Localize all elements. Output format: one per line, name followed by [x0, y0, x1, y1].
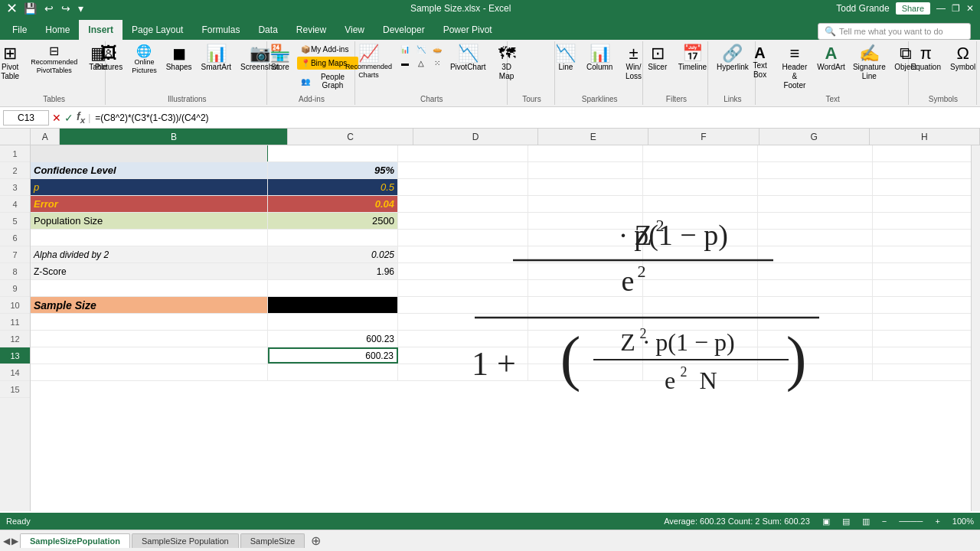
- view-layout-btn[interactable]: ▤: [842, 517, 850, 527]
- undo-btn[interactable]: ↩: [43, 1, 55, 16]
- tab-page-layout[interactable]: Page Layout: [122, 20, 192, 40]
- minimize-btn[interactable]: —: [936, 3, 946, 14]
- col-header-e[interactable]: E: [538, 129, 648, 145]
- cell-c11[interactable]: [268, 314, 398, 330]
- share-btn[interactable]: Share: [896, 2, 930, 15]
- close-btn[interactable]: ✕: [966, 3, 974, 14]
- tab-view[interactable]: View: [335, 20, 374, 40]
- col-chart-btn[interactable]: 📊: [397, 43, 413, 56]
- col-header-f[interactable]: F: [648, 129, 759, 145]
- row-num-5[interactable]: 5: [0, 213, 30, 230]
- sheet-tab-samplesizepopulation[interactable]: SampleSizePopulation: [20, 533, 130, 548]
- tab-file[interactable]: File: [3, 20, 36, 40]
- zoom-out-btn[interactable]: −: [882, 517, 887, 526]
- col-header-g[interactable]: G: [760, 129, 870, 145]
- row-num-14[interactable]: 14: [0, 364, 30, 381]
- tab-prev-btn[interactable]: ◀: [3, 536, 10, 546]
- symbol-btn[interactable]: Ω Symbol: [946, 43, 979, 74]
- pictures-btn[interactable]: 🖼 Pictures: [91, 43, 126, 74]
- textbox-btn[interactable]: A TextBox: [745, 43, 776, 82]
- restore-btn[interactable]: ❐: [952, 3, 960, 14]
- store-btn[interactable]: 🏪 Store: [265, 43, 296, 74]
- timeline-btn[interactable]: 📅 Timeline: [675, 43, 710, 74]
- tab-review[interactable]: Review: [287, 20, 335, 40]
- cell-c2[interactable]: 95%: [268, 162, 398, 178]
- save-btn[interactable]: 💾: [22, 1, 38, 16]
- recommended-pivottables-btn[interactable]: ⊟ RecommendedPivotTables: [27, 43, 81, 77]
- tell-me-input[interactable]: 🔍 Tell me what you want to do: [818, 23, 971, 40]
- cell-b14[interactable]: [31, 364, 268, 380]
- row-num-15[interactable]: 15: [0, 381, 30, 398]
- cell-b9[interactable]: [31, 280, 268, 296]
- row-num-9[interactable]: 9: [0, 280, 30, 297]
- bar-chart-btn[interactable]: ▬: [397, 57, 413, 70]
- redo-btn[interactable]: ↪: [60, 1, 72, 16]
- col-header-c[interactable]: C: [288, 129, 413, 145]
- row-num-4[interactable]: 4: [0, 196, 30, 213]
- cell-b12[interactable]: [31, 331, 268, 347]
- name-box[interactable]: [3, 110, 49, 126]
- area-chart-btn[interactable]: △: [413, 57, 429, 70]
- cell-c1[interactable]: [268, 145, 398, 161]
- cell-c7[interactable]: 0.025: [268, 246, 398, 262]
- cell-c13[interactable]: 600.23 (Ctrl) ▼: [268, 347, 398, 364]
- equation-btn[interactable]: π Equation: [907, 43, 945, 74]
- cell-b4[interactable]: Error: [31, 196, 268, 212]
- tab-next-btn[interactable]: ▶: [11, 536, 18, 546]
- cell-a1[interactable]: [31, 145, 268, 161]
- row-num-8[interactable]: 8: [0, 263, 30, 280]
- smartart-btn[interactable]: 📊 SmartArt: [198, 43, 235, 74]
- tab-data[interactable]: Data: [249, 20, 286, 40]
- col-header-b[interactable]: B: [60, 129, 288, 145]
- row-num-10[interactable]: 10: [0, 297, 30, 314]
- cell-b2[interactable]: Confidence Level: [31, 162, 268, 178]
- wordart-btn[interactable]: A WordArt: [814, 43, 848, 74]
- cell-c6[interactable]: [268, 230, 398, 246]
- sheet-tab-samplesize-population[interactable]: SampleSize Population: [132, 533, 239, 548]
- pivotchart-btn[interactable]: 📉 PivotChart: [446, 43, 490, 74]
- add-sheet-btn[interactable]: ⊕: [306, 533, 325, 548]
- cell-c10[interactable]: [268, 297, 398, 313]
- tab-formulas[interactable]: Formulas: [192, 20, 249, 40]
- cell-b7[interactable]: Alpha divided by 2: [31, 246, 268, 262]
- cell-b3[interactable]: p: [31, 179, 268, 195]
- cell-b8[interactable]: Z-Score: [31, 263, 268, 279]
- line-sparkline-btn[interactable]: 📉 Line: [550, 43, 581, 74]
- col-sparkline-btn[interactable]: 📊 Column: [583, 43, 616, 74]
- cell-b11[interactable]: [31, 314, 268, 330]
- insert-function[interactable]: fx: [77, 110, 85, 125]
- sheet-tab-samplesize[interactable]: SampleSize: [240, 533, 305, 548]
- row-num-13[interactable]: 13: [0, 347, 30, 364]
- row-num-6[interactable]: 6: [0, 230, 30, 246]
- formula-cancel[interactable]: ✕: [52, 112, 61, 124]
- tab-developer[interactable]: Developer: [374, 20, 434, 40]
- col-header-d[interactable]: D: [413, 129, 538, 145]
- cell-c14[interactable]: [268, 364, 398, 380]
- cell-c8[interactable]: 1.96: [268, 263, 398, 279]
- formula-input[interactable]: [93, 111, 977, 125]
- line-chart-btn[interactable]: 📉: [413, 43, 429, 56]
- cell-c3[interactable]: 0.5: [268, 179, 398, 195]
- formula-confirm[interactable]: ✓: [64, 112, 74, 124]
- row-num-1[interactable]: 1: [0, 145, 30, 162]
- online-pictures-btn[interactable]: 🌐 OnlinePictures: [128, 43, 161, 77]
- zoom-in-btn[interactable]: +: [935, 517, 939, 526]
- zoom-slider[interactable]: ────: [899, 517, 923, 526]
- tab-power-pivot[interactable]: Power Pivot: [434, 20, 501, 40]
- cell-b13[interactable]: [31, 347, 268, 364]
- customize-btn[interactable]: ▾: [77, 1, 85, 16]
- signature-btn[interactable]: ✍ SignatureLine: [850, 43, 889, 83]
- view-normal-btn[interactable]: ▣: [822, 517, 830, 527]
- cell-b5[interactable]: Population Size: [31, 213, 268, 229]
- vertical-scrollbar[interactable]: [971, 145, 980, 511]
- view-pagebreak-btn[interactable]: ▥: [862, 517, 870, 527]
- tab-insert[interactable]: Insert: [79, 20, 122, 40]
- row-num-3[interactable]: 3: [0, 179, 30, 196]
- pivot-table-btn[interactable]: ⊞ PivotTable: [0, 43, 25, 83]
- col-header-a[interactable]: A: [31, 129, 60, 145]
- row-num-2[interactable]: 2: [0, 162, 30, 179]
- slicer-btn[interactable]: ⊡ Slicer: [642, 43, 673, 74]
- row-num-7[interactable]: 7: [0, 246, 30, 263]
- cell-b6[interactable]: [31, 230, 268, 246]
- col-header-h[interactable]: H: [870, 129, 980, 145]
